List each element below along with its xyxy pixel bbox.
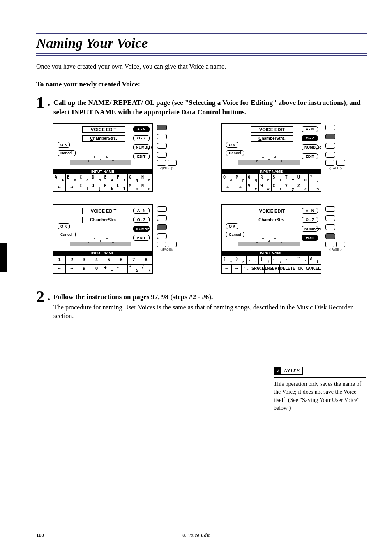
- lcd-panel: VOICE EDITChamberStrs.O KCancelA - NO - …: [221, 123, 321, 192]
- data-control-buttons: ◁ PAGE ▷: [325, 123, 345, 170]
- lcd-display: VOICE EDITChamberStrs.O KCancelA - NO - …: [53, 124, 152, 174]
- lcd-softkey: ?,: [309, 174, 321, 183]
- lcd-softkey: Ff: [115, 174, 128, 183]
- note-rule-bottom: [274, 415, 366, 415]
- page-buttons: [325, 160, 345, 166]
- lcd-panel: VOICE EDITChamberStrs.O KCancelA - NO - …: [221, 204, 321, 274]
- side-button-column: [325, 123, 345, 158]
- lcd-softkey: +–: [103, 265, 115, 273]
- side-button-3: [325, 224, 335, 230]
- lcd-voice-name: ChamberStrs.: [251, 135, 293, 142]
- lcd-softkey: →: [66, 265, 78, 273]
- lcd-softkey: *&: [128, 265, 140, 273]
- lcd-artwork: [238, 225, 300, 250]
- lcd-softkey: Ee: [103, 174, 115, 183]
- lcd-softkey: 0: [90, 265, 103, 273]
- lcd-softkey: ←: [222, 183, 234, 191]
- lcd-display: VOICE EDITChamberStrs.O KCancelA - NO - …: [222, 205, 321, 255]
- lcd-softkey: 8: [140, 256, 152, 264]
- lcd-softkey: Jj: [90, 183, 103, 191]
- title-rule-bottom-1: [36, 53, 367, 54]
- lcd-softkey-row: ←→~^SPACEINSERTDELETEOKCANCEL: [222, 264, 321, 273]
- lcd-screen-2: VOICE EDITChamberStrs.O KCancelA - NO - …: [221, 123, 367, 192]
- lcd-softkey-rows: OoPpQqRrSsTtUu?,←→VvWwXxYyZz!%: [222, 174, 321, 191]
- lcd-softkey: →: [232, 265, 242, 273]
- lcd-softkey: Hh: [140, 174, 152, 183]
- lcd-input-name-bar: INPUT NAME: [53, 169, 152, 174]
- lcd-softkey: "': [296, 256, 309, 264]
- note-heading: ♪ NOTE: [274, 367, 303, 375]
- side-button-2: [157, 134, 167, 139]
- lcd-softkey: 1: [53, 256, 66, 264]
- lcd-right-edit: EDIT: [302, 235, 318, 241]
- lcd-softkey: 5: [103, 256, 115, 264]
- lcd-softkey: Vv: [247, 183, 259, 191]
- lcd-display: VOICE EDITChamberStrs.O KCancelA - NO - …: [222, 124, 321, 174]
- lcd-softkey: )>: [234, 256, 247, 264]
- lcd-voice-name: ChamberStrs.: [82, 217, 125, 223]
- lcd-softkey: Ss: [272, 174, 284, 183]
- lcd-softkey-rows: AaBbCcDdEeFfGgHh←→IiJjKkLlMmNn: [53, 174, 152, 191]
- lcd-softkey: Rr: [259, 174, 271, 183]
- page-buttons: [157, 242, 177, 247]
- side-button-3: [157, 143, 167, 149]
- lcd-screen-3: VOICE EDITChamberStrs.O KCancelA - NO - …: [53, 204, 199, 274]
- side-button-1: [157, 206, 167, 212]
- page-next-button: [336, 160, 345, 166]
- lcd-softkey: .,: [284, 256, 296, 264]
- lcd-softkey: Tt: [284, 174, 296, 183]
- step-2-body: The procedure for naming User Voices is …: [53, 302, 367, 320]
- data-control-buttons: ◁ PAGE ▷: [157, 123, 177, 170]
- step-2-dot: .: [48, 288, 50, 305]
- lcd-softkey: !%: [309, 183, 321, 191]
- lcd-softkey: Ll: [115, 183, 128, 191]
- side-button-3: [325, 143, 335, 149]
- page-next-button: [168, 242, 177, 247]
- page-buttons-label: ◁ PAGE ▷: [325, 248, 345, 251]
- lcd-softkey: Aa: [53, 174, 66, 183]
- page-title: Naming Your Voice: [36, 35, 367, 51]
- lcd-voice-name: ChamberStrs.: [82, 135, 125, 142]
- lcd-softkey: INSERT: [265, 265, 280, 273]
- lcd-artwork: [238, 144, 300, 168]
- lcd-softkey-rows: 12345678←→90+–-=*&/\: [53, 255, 152, 273]
- lcd-title: VOICE EDIT: [82, 126, 125, 133]
- lcd-panel: VOICE EDITChamberStrs.O KCancelA - NO - …: [53, 204, 153, 274]
- lcd-softkey: /\: [140, 265, 152, 273]
- lcd-softkey: (<: [222, 256, 234, 264]
- lcd-softkey: Mm: [128, 183, 140, 191]
- title-rule-bottom-2: [36, 55, 367, 56]
- lcd-softkey: :;: [272, 256, 284, 264]
- page-prev-button: [157, 242, 166, 247]
- step-1-dot: .: [48, 94, 50, 111]
- lcd-softkey: DELETE: [280, 265, 295, 273]
- lcd-softkey: 2: [66, 256, 78, 264]
- lcd-softkey: -=: [115, 265, 128, 273]
- lcd-softkey: Nn: [140, 183, 152, 191]
- note-label: NOTE: [281, 367, 302, 374]
- lcd-softkey-row: OoPpQqRrSsTtUu?,: [222, 174, 321, 183]
- lcd-softkey: 3: [78, 256, 90, 264]
- lcd-right-oz: O - Z: [302, 217, 318, 223]
- lcd-ok-button: O K: [226, 142, 238, 148]
- side-button-4: [325, 233, 335, 239]
- page-number: 118: [36, 532, 44, 539]
- page-content: Naming Your Voice Once you have created …: [0, 0, 392, 555]
- step-1-text: Call up the NAME/ REPEAT/ OL page (see "…: [53, 94, 367, 117]
- page-buttons-label: ◁ PAGE ▷: [157, 167, 177, 170]
- page-next-button: [168, 160, 177, 166]
- lcd-softkey: Bb: [66, 174, 78, 183]
- lcd-softkey: ~^: [242, 265, 251, 273]
- lcd-softkey: Kk: [103, 183, 115, 191]
- lcd-right-edit: EDIT: [133, 235, 150, 241]
- side-button-4: [157, 233, 167, 239]
- lcd-softkey: ←: [53, 265, 66, 273]
- lcd-right-edit: EDIT: [133, 153, 150, 159]
- step-2-number: 2: [36, 288, 44, 305]
- lcd-softkey: [{: [247, 256, 259, 264]
- lcd-voice-name: ChamberStrs.: [251, 217, 293, 223]
- lcd-softkey: →: [234, 183, 247, 191]
- lcd-right-oz: O - Z: [133, 135, 150, 141]
- lcd-softkey: Uu: [296, 174, 309, 183]
- step-1-number: 1: [36, 94, 44, 111]
